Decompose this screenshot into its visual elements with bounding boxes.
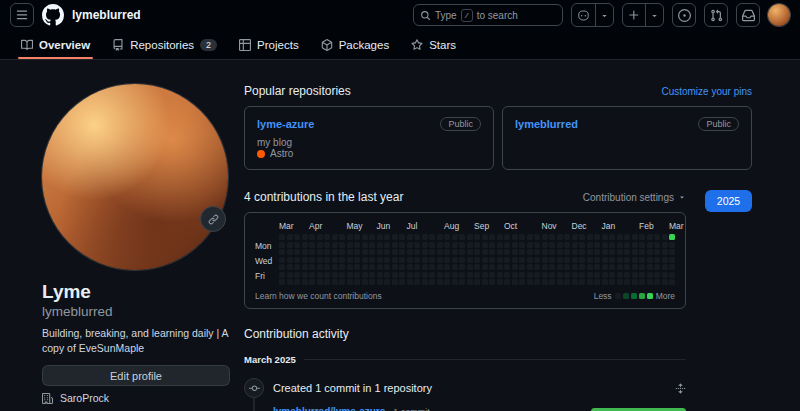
contribution-cell[interactable] [527,249,533,255]
contribution-cell[interactable] [504,249,510,255]
contribution-cell[interactable] [587,249,593,255]
contribution-cell[interactable] [594,279,600,285]
contribution-cell[interactable] [594,242,600,248]
contribution-cell[interactable] [347,234,353,240]
contribution-cell[interactable] [317,272,323,278]
contribution-cell[interactable] [317,249,323,255]
contribution-cell[interactable] [534,234,540,240]
contribution-cell[interactable] [354,249,360,255]
contribution-cell[interactable] [549,279,555,285]
contribution-cell[interactable] [639,279,645,285]
contribution-cell[interactable] [662,264,668,270]
contribution-cell[interactable] [609,242,615,248]
contribution-cell[interactable] [294,249,300,255]
contribution-cell[interactable] [437,249,443,255]
contribution-cell[interactable] [572,264,578,270]
contribution-cell[interactable] [354,257,360,263]
contribution-cell[interactable] [407,279,413,285]
search-input[interactable]: Type / to search [413,4,563,26]
contribution-cell[interactable] [392,257,398,263]
contribution-cell[interactable] [392,279,398,285]
tab-overview[interactable]: Overview [12,30,99,59]
contribution-cell[interactable] [617,257,623,263]
contribution-cell[interactable] [549,242,555,248]
contribution-cell[interactable] [594,257,600,263]
contribution-cell[interactable] [542,242,548,248]
contribution-cell[interactable] [639,242,645,248]
contribution-cell[interactable] [279,272,285,278]
contribution-cell[interactable] [609,249,615,255]
contribution-cell[interactable] [302,272,308,278]
contribution-cell[interactable] [384,264,390,270]
contribution-cell[interactable] [339,234,345,240]
contribution-cell[interactable] [459,264,465,270]
contribution-cell[interactable] [407,257,413,263]
contribution-cell[interactable] [632,272,638,278]
contribution-cell[interactable] [384,272,390,278]
contribution-cell[interactable] [287,242,293,248]
contribution-cell[interactable] [324,279,330,285]
contribution-cell[interactable] [444,242,450,248]
contribution-cell[interactable] [624,272,630,278]
contribution-cell[interactable] [384,257,390,263]
contribution-cell[interactable] [369,279,375,285]
contribution-cell[interactable] [474,264,480,270]
learn-contributions-link[interactable]: Learn how we count contributions [255,291,382,301]
contribution-cell[interactable] [444,279,450,285]
contribution-cell[interactable] [309,279,315,285]
contribution-cell[interactable] [527,257,533,263]
contribution-cell[interactable] [294,264,300,270]
contribution-cell[interactable] [384,279,390,285]
contribution-cell[interactable] [624,257,630,263]
contribution-cell[interactable] [324,249,330,255]
contribution-cell[interactable] [362,257,368,263]
contribution-cell[interactable] [437,257,443,263]
contribution-cell[interactable] [332,257,338,263]
contribution-cell[interactable] [309,242,315,248]
contribution-cell[interactable] [527,242,533,248]
contribution-cell[interactable] [287,257,293,263]
contribution-cell[interactable] [317,279,323,285]
contribution-cell[interactable] [444,264,450,270]
contribution-cell[interactable] [489,242,495,248]
contribution-cell[interactable] [497,249,503,255]
customize-pins-link[interactable]: Customize your pins [661,86,752,97]
contribution-cell[interactable] [564,264,570,270]
avatar[interactable] [42,84,228,270]
contribution-cell[interactable] [384,234,390,240]
contribution-cell[interactable] [399,257,405,263]
contribution-cell[interactable] [534,272,540,278]
contribution-cell[interactable] [362,249,368,255]
contribution-cell[interactable] [459,249,465,255]
contribution-cell[interactable] [332,249,338,255]
contribution-cell[interactable] [654,234,660,240]
contribution-cell[interactable] [362,242,368,248]
contribution-cell[interactable] [579,242,585,248]
contribution-cell[interactable] [519,272,525,278]
contribution-cell[interactable] [632,242,638,248]
contribution-cell[interactable] [572,279,578,285]
contribution-cell[interactable] [354,279,360,285]
contribution-cell[interactable] [654,264,660,270]
contribution-cell[interactable] [317,264,323,270]
contribution-cell[interactable] [602,264,608,270]
contribution-cell[interactable] [527,279,533,285]
contribution-cell[interactable] [557,264,563,270]
repo-name-link[interactable]: lymeblurred [515,118,578,130]
contribution-cell[interactable] [587,279,593,285]
contribution-cell[interactable] [437,234,443,240]
contribution-cell[interactable] [392,272,398,278]
contribution-cell[interactable] [422,264,428,270]
contribution-cell[interactable] [429,257,435,263]
contribution-cell[interactable] [399,264,405,270]
contribution-cell[interactable] [512,234,518,240]
contribution-cell[interactable] [602,234,608,240]
contribution-cell[interactable] [549,249,555,255]
contribution-cell[interactable] [332,242,338,248]
contribution-cell[interactable] [302,279,308,285]
contribution-cell[interactable] [422,242,428,248]
contribution-cell[interactable] [489,279,495,285]
contribution-cell[interactable] [557,257,563,263]
contribution-cell[interactable] [542,279,548,285]
header-avatar[interactable] [768,4,790,26]
